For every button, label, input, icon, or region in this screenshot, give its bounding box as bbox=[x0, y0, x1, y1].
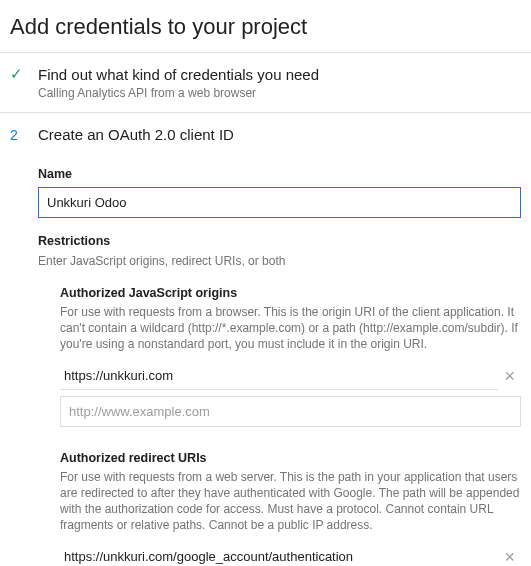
js-origin-row: https://unkkuri.com × bbox=[60, 362, 521, 390]
redirect-uri-row: https://unkkuri.com/google_account/authe… bbox=[60, 543, 521, 566]
page-title: Add credentials to your project bbox=[0, 0, 531, 52]
redirect-uri-value[interactable]: https://unkkuri.com/google_account/authe… bbox=[60, 543, 498, 566]
remove-icon[interactable]: × bbox=[498, 367, 521, 385]
step-1-subtitle: Calling Analytics API from a web browser bbox=[38, 86, 521, 100]
redirect-uris-desc: For use with requests from a web server.… bbox=[60, 469, 521, 533]
remove-icon[interactable]: × bbox=[498, 548, 521, 566]
name-input[interactable] bbox=[38, 187, 521, 218]
check-icon: ✓ bbox=[10, 65, 28, 83]
js-origins-heading: Authorized JavaScript origins bbox=[60, 286, 521, 300]
step-1-title: Find out what kind of credentials you ne… bbox=[38, 65, 521, 85]
step-2-number: 2 bbox=[10, 125, 28, 145]
step-2-title: Create an OAuth 2.0 client ID bbox=[38, 125, 521, 145]
js-origins-desc: For use with requests from a browser. Th… bbox=[60, 304, 521, 352]
redirect-uris-heading: Authorized redirect URIs bbox=[60, 451, 521, 465]
js-origin-input[interactable] bbox=[60, 396, 521, 427]
name-label: Name bbox=[38, 167, 521, 181]
step-2: 2 Create an OAuth 2.0 client ID bbox=[0, 113, 531, 157]
js-origin-value[interactable]: https://unkkuri.com bbox=[60, 362, 498, 390]
restrictions-desc: Enter JavaScript origins, redirect URIs,… bbox=[38, 254, 521, 268]
step-1: ✓ Find out what kind of credentials you … bbox=[0, 53, 531, 112]
restrictions-label: Restrictions bbox=[38, 234, 521, 248]
